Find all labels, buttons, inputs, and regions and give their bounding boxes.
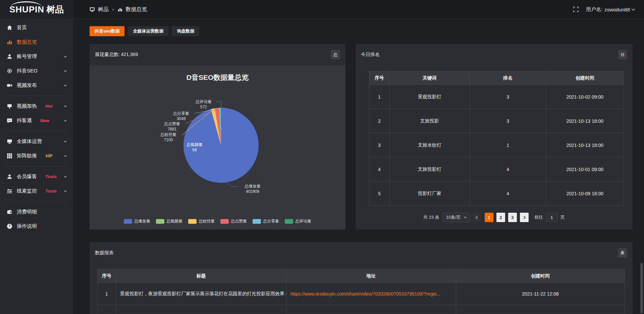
goto-page-input[interactable] <box>546 213 558 222</box>
report-table: 序号 标题 地址 创建时间 1 景观投影灯，夜游景观投影灯厂家展示展示落花灯在花… <box>97 269 625 314</box>
sidebar-item-label: 视频发布 <box>17 82 37 89</box>
chevron-down-icon <box>64 104 67 107</box>
sidebar-item-label: 消费明细 <box>17 209 37 215</box>
new-badge: New <box>40 118 49 123</box>
sidebar-item-home[interactable]: 首页 <box>0 20 73 35</box>
callout-fans: 总粉丝量 7100 <box>155 132 182 143</box>
page-button-3[interactable]: 3 <box>508 213 517 222</box>
tab-douyin-seo-data[interactable]: 抖音seo数据 <box>90 26 124 36</box>
chevron-down-icon <box>64 119 67 121</box>
col-rank: 排名 <box>470 71 546 85</box>
page-button-2[interactable]: 2 <box>496 213 505 222</box>
gear-icon <box>7 68 12 74</box>
tools-badge: Tools <box>45 174 57 179</box>
legend-item-likes[interactable]: 总点赞量 <box>220 218 247 224</box>
sidebar-item-label: 操作说明 <box>17 223 37 229</box>
chevron-down-icon <box>64 69 67 72</box>
question-icon: ? <box>7 223 12 229</box>
user-menu[interactable]: 用户名: zswodun88 <box>586 6 635 13</box>
callout-videos: 总视频量 58 <box>181 142 208 153</box>
chevron-down-icon <box>64 55 67 57</box>
cell-index: 4 <box>369 157 390 181</box>
cell-rank: 3 <box>470 109 546 133</box>
legend-item-fans[interactable]: 总粉丝量 <box>188 218 215 224</box>
bar-chart-icon <box>117 7 123 12</box>
table-row <box>98 305 625 314</box>
wallet-icon <box>7 209 12 215</box>
page-button-1[interactable]: 1 <box>485 213 493 222</box>
tab-inquiry-data[interactable]: 询盘数据 <box>172 26 199 36</box>
billboard-icon <box>7 103 12 109</box>
sidebar-divider <box>5 96 68 96</box>
sidebar-item-doketong[interactable]: 抖客通 New <box>0 113 73 128</box>
table-toggle-button[interactable]: 表 <box>618 248 627 258</box>
camcorder-icon <box>7 83 12 88</box>
sidebar-item-data-overview[interactable]: 数据总览 <box>0 35 73 49</box>
next-page-button[interactable] <box>520 213 529 222</box>
callout-comments: 总评论量 572 <box>190 99 217 110</box>
cell-created <box>456 305 625 314</box>
legend-item-plays[interactable]: 总播放量 <box>124 218 150 224</box>
top-bar: SHUPIN 树品 树品 > 数据总览 用户名: zswodun88 <box>0 0 644 19</box>
cell-rank: 1 <box>470 133 546 157</box>
goto-page: 前往 页 <box>534 213 565 222</box>
cell-created: 2021-11-22 12:08 <box>456 283 625 305</box>
sidebar-divider <box>5 201 68 202</box>
sidebar-item-matrix-boost[interactable]: 矩阵助推 VIP <box>0 149 73 163</box>
main-content: 抖音seo数据 全媒体运营数据 询盘数据 展现量总数: 421,369 总 D音… <box>73 19 644 314</box>
table-row: 5 投影灯厂家 4 2021-10-09 18:00 <box>369 181 624 206</box>
cell-index: 2 <box>369 109 390 133</box>
app-logo: SHUPIN 树品 <box>0 0 73 19</box>
sidebar-item-leads-monitor[interactable]: 线索监控 Tools <box>0 184 73 198</box>
overview-card-header: 展现量总数: 421,369 总 <box>90 44 345 65</box>
col-url: 地址 <box>286 269 456 283</box>
total-toggle-button[interactable]: 总 <box>331 50 340 59</box>
breadcrumb-current[interactable]: 数据总览 <box>126 6 147 13</box>
sidebar-item-video-publish[interactable]: 视频发布 <box>0 78 73 93</box>
sidebar-item-help[interactable]: ? 操作说明 <box>0 219 73 233</box>
sidebar-item-douyin-seo[interactable]: 抖音SEO <box>0 64 73 78</box>
table-row: 1 景观投影灯，夜游景观投影灯厂家展示展示落花灯在花园里的灯光投影应用效果 # … <box>98 283 625 305</box>
logo-arc <box>11 1 42 7</box>
chevron-down-icon <box>464 215 467 218</box>
sidebar-item-spend-detail[interactable]: 消费明细 <box>0 205 73 219</box>
top-bar-right: 树品 > 数据总览 用户名: zswodun88 <box>73 0 644 19</box>
sidebar-item-account[interactable]: 账号管理 <box>0 49 73 64</box>
page-size-select[interactable]: 10条/页 <box>442 213 470 222</box>
chevron-down-icon <box>64 154 67 157</box>
prev-page-button[interactable] <box>473 213 482 222</box>
legend-item-comments[interactable]: 总评论量 <box>285 218 311 224</box>
pagination: 共 23 条 10条/页 1 2 3 前往 页 <box>356 213 633 222</box>
tab-media-ops-data[interactable]: 全媒体运营数据 <box>128 26 168 36</box>
vertical-scrollbar[interactable] <box>640 263 643 313</box>
member-icon <box>7 174 12 179</box>
cell-url <box>286 305 456 314</box>
hot-badge: Hot <box>45 104 53 109</box>
sidebar-item-label: 数据总览 <box>17 39 37 45</box>
video-url-link[interactable]: https://www.iesdouyin.com/share/video/70… <box>290 291 441 297</box>
cell-created: 2021-10-02 09:00 <box>546 85 624 109</box>
legend-item-shares[interactable]: 总分享量 <box>253 218 279 224</box>
logo-wordmark: SHUPIN <box>9 4 44 15</box>
day-toggle-button[interactable]: 日 <box>618 50 627 59</box>
legend-swatch <box>156 219 164 224</box>
table-row: 4 文旅投影灯 4 2021-10-01 09:00 <box>369 157 624 181</box>
legend-swatch <box>124 219 132 224</box>
home-icon <box>7 25 12 31</box>
legend-item-videos[interactable]: 总视频量 <box>156 218 182 224</box>
cell-index: 1 <box>369 85 390 109</box>
fullscreen-icon[interactable] <box>573 7 579 12</box>
monitor-icon <box>7 139 12 144</box>
sidebar-item-video-heat[interactable]: 视频加热 Hot <box>0 99 73 113</box>
cell-created: 2021-10-09 18:00 <box>546 181 624 206</box>
sidebar-item-label: 账号管理 <box>17 53 37 60</box>
sidebar: 首页 数据总览 账号管理 抖音SEO 视频发布 视频加热 Hot <box>0 19 73 314</box>
sidebar-item-media-ops[interactable]: 全媒体运营 <box>0 134 73 149</box>
ranking-card: 今日排名 日 序号 关键词 排名 创建时间 <box>356 44 633 229</box>
chevron-down-icon <box>64 140 67 142</box>
chevron-right-icon <box>523 216 526 219</box>
user-icon <box>7 54 12 59</box>
cell-title: 景观投影灯，夜游景观投影灯厂家展示展示落花灯在花园里的灯光投影应用效果 # <box>116 283 286 305</box>
sidebar-item-member-baoke[interactable]: 会员爆客 Tools <box>0 169 73 184</box>
breadcrumb-root[interactable]: 树品 <box>98 6 109 13</box>
